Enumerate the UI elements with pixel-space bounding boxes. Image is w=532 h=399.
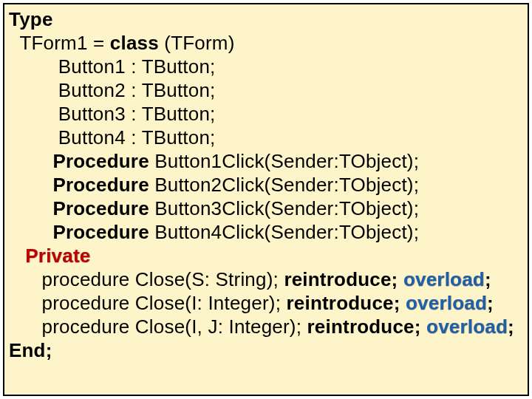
code-line-14: procedure Close(I, J: Integer); reintrod… bbox=[9, 315, 523, 338]
indent bbox=[9, 197, 52, 219]
code-line-7: Procedure Button1Click(Sender:TObject); bbox=[9, 149, 523, 173]
indent bbox=[9, 150, 52, 172]
indent bbox=[9, 221, 52, 243]
kw-reintroduce: reintroduce; bbox=[287, 292, 400, 314]
code-line-11: Private bbox=[9, 244, 523, 267]
text: procedure Close(I: Integer); bbox=[9, 292, 287, 314]
kw-class: class bbox=[110, 32, 159, 54]
code-line-12: procedure Close(S: String); reintroduce;… bbox=[9, 267, 523, 291]
kw-reintroduce: reintroduce; bbox=[284, 268, 398, 290]
code-line-10: Procedure Button4Click(Sender:TObject); bbox=[9, 220, 523, 244]
kw-overload: overload bbox=[406, 292, 487, 314]
code-line-15: End; bbox=[9, 338, 523, 362]
kw-end: End; bbox=[9, 339, 52, 361]
kw-private: Private bbox=[25, 245, 90, 267]
text: Button2Click(Sender:TObject); bbox=[149, 174, 419, 196]
kw-overload: overload bbox=[426, 316, 508, 338]
kw-overload: overload bbox=[403, 268, 485, 290]
text: Button3Click(Sender:TObject); bbox=[149, 197, 419, 219]
semi: ; bbox=[485, 268, 491, 290]
text: TForm1 = bbox=[9, 32, 110, 54]
text: procedure Close(S: String); bbox=[9, 268, 284, 290]
code-line-8: Procedure Button2Click(Sender:TObject); bbox=[9, 173, 523, 197]
space bbox=[400, 292, 406, 314]
code-line-6: Button4 : TButton; bbox=[9, 126, 523, 149]
text: Button4Click(Sender:TObject); bbox=[149, 221, 419, 243]
code-line-5: Button3 : TButton; bbox=[9, 102, 523, 126]
kw-procedure: Procedure bbox=[52, 150, 149, 172]
code-line-2: TForm1 = class (TForm) bbox=[9, 31, 523, 55]
space bbox=[398, 268, 403, 290]
kw-procedure: Procedure bbox=[52, 197, 149, 219]
kw-type: Type bbox=[9, 8, 53, 30]
code-line-13: procedure Close(I: Integer); reintroduce… bbox=[9, 291, 523, 315]
semi: ; bbox=[508, 316, 514, 338]
indent bbox=[9, 174, 52, 196]
kw-procedure: Procedure bbox=[52, 174, 149, 196]
text: procedure Close(I, J: Integer); bbox=[9, 316, 307, 338]
text: Button1Click(Sender:TObject); bbox=[149, 150, 419, 172]
indent bbox=[9, 245, 25, 267]
code-line-1: Type bbox=[9, 7, 523, 31]
code-block: Type TForm1 = class (TForm) Button1 : TB… bbox=[3, 3, 529, 396]
kw-procedure: Procedure bbox=[52, 221, 149, 243]
code-line-3: Button1 : TButton; bbox=[9, 55, 523, 78]
code-line-9: Procedure Button3Click(Sender:TObject); bbox=[9, 197, 523, 220]
space bbox=[421, 316, 426, 338]
kw-reintroduce: reintroduce; bbox=[307, 316, 421, 338]
text: (TForm) bbox=[159, 32, 235, 54]
code-line-4: Button2 : TButton; bbox=[9, 78, 523, 102]
semi: ; bbox=[487, 292, 494, 314]
